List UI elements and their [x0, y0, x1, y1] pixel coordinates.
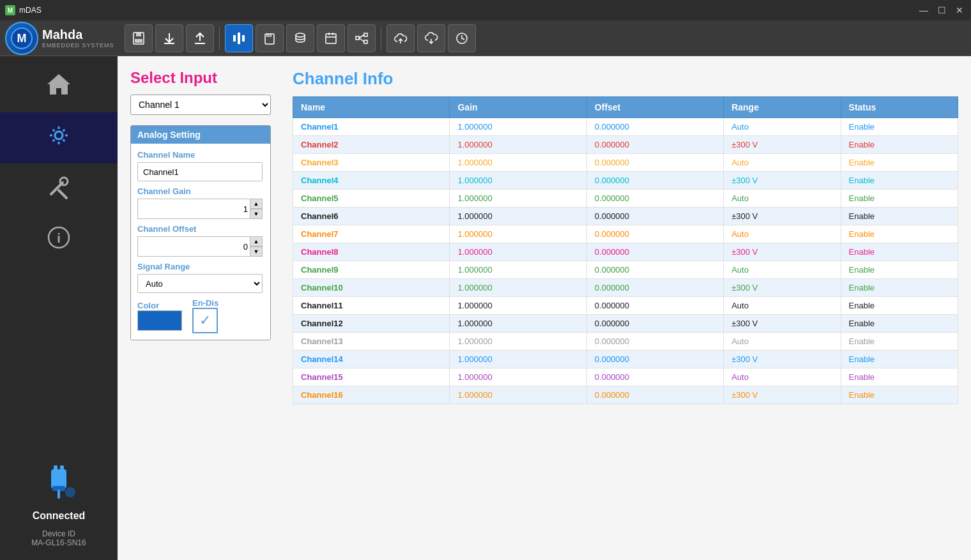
endis-check-symbol: ✓ [199, 312, 211, 329]
table-row[interactable]: Channel10 1.000000 0.000000 ±300 V Enabl… [293, 279, 958, 297]
sdcard-button[interactable] [256, 24, 284, 52]
save-button[interactable] [125, 24, 153, 52]
table-row[interactable]: Channel1 1.000000 0.000000 Auto Enable [293, 118, 958, 136]
sidebar-item-settings[interactable] [0, 112, 118, 163]
cell-range: Auto [724, 154, 841, 172]
channel-name-label: Channel Name [137, 150, 264, 160]
table-row[interactable]: Channel12 1.000000 0.000000 ±300 V Enabl… [293, 315, 958, 333]
analog-setting-header: Analog Setting [131, 126, 270, 144]
signal-range-label: Signal Range [137, 262, 264, 271]
cell-status: Enable [841, 154, 958, 172]
main-layout: i Connected Device ID MA-GL1 [0, 56, 971, 560]
device-id-label: Device ID [42, 529, 75, 538]
svg-rect-10 [265, 34, 274, 44]
table-row[interactable]: Channel3 1.000000 0.000000 Auto Enable [293, 154, 958, 172]
close-button[interactable]: ✕ [953, 4, 966, 17]
table-row[interactable]: Channel14 1.000000 0.000000 ±300 V Enabl… [293, 351, 958, 368]
endis-label: En-Dis [192, 298, 218, 308]
signal-range-select[interactable]: Auto ±300 V ±100 V ±30 V [137, 274, 263, 293]
svg-rect-3 [136, 33, 141, 36]
offset-decrement-button[interactable]: ▼ [250, 246, 263, 257]
toolbar-separator-1 [219, 27, 220, 50]
offset-increment-button[interactable]: ▲ [250, 236, 263, 246]
gain-decrement-button[interactable]: ▼ [250, 209, 263, 219]
cell-gain: 1.000000 [450, 368, 586, 386]
toolbar-separator-2 [381, 27, 381, 50]
network-button[interactable] [348, 24, 376, 52]
cell-name: Channel6 [293, 208, 450, 225]
cell-name: Channel13 [293, 333, 450, 351]
table-row[interactable]: Channel15 1.000000 0.000000 Auto Enable [293, 368, 958, 386]
cell-name: Channel14 [293, 351, 450, 368]
offset-spin-buttons: ▲ ▼ [250, 236, 263, 257]
upload-button[interactable] [186, 24, 214, 52]
cell-name: Channel9 [293, 261, 450, 279]
cell-status: Enable [841, 297, 958, 315]
sidebar-item-tools[interactable] [0, 163, 118, 215]
col-offset: Offset [586, 97, 723, 118]
cell-gain: 1.000000 [450, 279, 586, 297]
cell-status: Enable [841, 261, 958, 279]
color-swatch[interactable] [137, 310, 182, 331]
channel-offset-spinner: ▲ ▼ [137, 236, 263, 257]
title-bar: M mDAS — ☐ ✕ [0, 0, 971, 20]
table-row[interactable]: Channel11 1.000000 0.000000 Auto Enable [293, 297, 958, 315]
gain-increment-button[interactable]: ▲ [250, 199, 263, 209]
cell-offset: 0.000000 [586, 154, 723, 172]
table-row[interactable]: Channel4 1.000000 0.000000 ±300 V Enable [293, 172, 958, 190]
window-title: mDAS [19, 6, 42, 15]
database-button[interactable] [286, 24, 314, 52]
cell-offset: 0.000000 [586, 386, 723, 404]
cell-name: Channel12 [293, 315, 450, 333]
cell-range: Auto [724, 190, 841, 208]
table-row[interactable]: Channel8 1.000000 0.000000 ±300 V Enable [293, 243, 958, 261]
color-label: Color [137, 301, 182, 310]
channel-gain-input[interactable] [137, 199, 263, 219]
cell-offset: 0.000000 [586, 333, 723, 351]
cell-gain: 1.000000 [450, 154, 586, 172]
table-row[interactable]: Channel5 1.000000 0.000000 Auto Enable [293, 190, 958, 208]
table-row[interactable]: Channel7 1.000000 0.000000 Auto Enable [293, 225, 958, 243]
svg-rect-33 [54, 465, 57, 472]
maximize-button[interactable]: ☐ [935, 4, 948, 17]
cell-range: ±300 V [724, 386, 841, 404]
channel-gain-label: Channel Gain [137, 186, 264, 196]
home-icon [45, 70, 73, 104]
table-row[interactable]: Channel6 1.000000 0.000000 ±300 V Enable [293, 208, 958, 225]
channel-table: Name Gain Offset Range Status Channel1 1… [293, 96, 958, 404]
cell-offset: 0.000000 [586, 368, 723, 386]
minimize-button[interactable]: — [917, 4, 930, 17]
svg-point-37 [65, 487, 75, 497]
cell-name: Channel11 [293, 297, 450, 315]
table-row[interactable]: Channel9 1.000000 0.000000 Auto Enable [293, 261, 958, 279]
channel-name-input[interactable] [137, 162, 263, 181]
cell-status: Enable [841, 172, 958, 190]
tools-icon [45, 172, 73, 206]
history-button[interactable] [448, 24, 476, 52]
cloud-download-button[interactable] [417, 24, 445, 52]
svg-point-28 [60, 178, 68, 185]
cell-name: Channel1 [293, 118, 450, 136]
download-button[interactable] [155, 24, 183, 52]
cell-gain: 1.000000 [450, 351, 586, 368]
channel-gain-spinner: ▲ ▼ [137, 199, 263, 219]
cell-name: Channel10 [293, 279, 450, 297]
calendar-button[interactable] [317, 24, 345, 52]
table-row[interactable]: Channel13 1.000000 0.000000 Auto Enable [293, 333, 958, 351]
svg-rect-32 [51, 469, 66, 488]
cell-range: ±300 V [724, 136, 841, 154]
channel-offset-input[interactable] [137, 236, 263, 257]
cell-range: Auto [724, 261, 841, 279]
endis-checkbox[interactable]: ✓ [192, 308, 218, 333]
svg-point-26 [55, 132, 63, 139]
sidebar-item-info[interactable]: i [0, 215, 118, 266]
channel-select[interactable]: Channel 1 Channel 2 Channel 3 Channel 4 … [130, 95, 271, 115]
table-row[interactable]: Channel16 1.000000 0.000000 ±300 V Enabl… [293, 386, 958, 404]
digital-button[interactable] [225, 24, 253, 52]
cell-name: Channel16 [293, 386, 450, 404]
cell-name: Channel4 [293, 172, 450, 190]
sidebar-item-home[interactable] [0, 61, 118, 112]
cell-name: Channel7 [293, 225, 450, 243]
table-row[interactable]: Channel2 1.000000 0.000000 ±300 V Enable [293, 136, 958, 154]
cloud-upload-button[interactable] [386, 24, 415, 52]
